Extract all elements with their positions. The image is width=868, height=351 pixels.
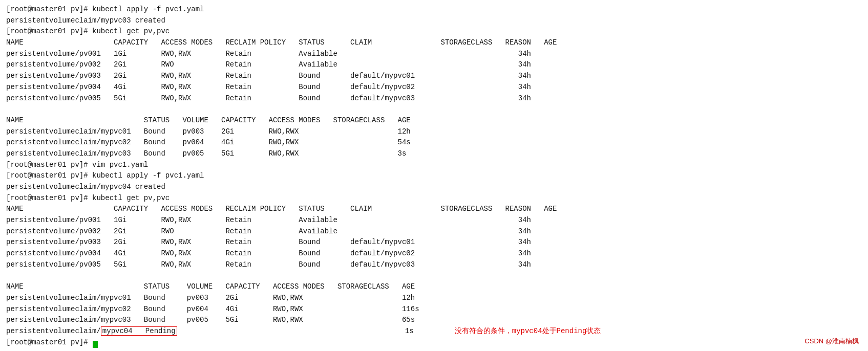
- line-22: persistentvolume/pv003 2Gi RWO,RWX Retai…: [6, 237, 862, 248]
- line-1: [root@master01 pv]# kubectl apply -f pvc…: [6, 4, 862, 15]
- line-29: persistentvolumeclaim/mypvc03 Bound pv00…: [6, 315, 862, 326]
- line-23: persistentvolume/pv004 4Gi RWO,RWX Retai…: [6, 248, 862, 259]
- line-27: persistentvolumeclaim/mypvc01 Bound pv00…: [6, 293, 862, 304]
- redbox-mypvc04: mypvc04 Pending: [101, 326, 177, 336]
- line-20: persistentvolume/pv001 1Gi RWO,RWX Retai…: [6, 215, 862, 226]
- line-7: persistentvolume/pv003 2Gi RWO,RWX Retai…: [6, 71, 862, 82]
- line-3: [root@master01 pv]# kubectl get pv,pvc: [6, 26, 862, 37]
- line-30: persistentvolumeclaim/mypvc04 Pending 1s…: [6, 326, 862, 337]
- line-10: [6, 104, 862, 115]
- line-5: persistentvolume/pv001 1Gi RWO,RWX Retai…: [6, 49, 862, 60]
- line-4: NAME CAPACITY ACCESS MODES RECLAIM POLIC…: [6, 37, 862, 49]
- line-25: [6, 271, 862, 282]
- line-16: [root@master01 pv]# kubectl apply -f pvc…: [6, 170, 862, 182]
- terminal: [root@master01 pv]# kubectl apply -f pvc…: [0, 0, 868, 351]
- line-31: [root@master01 pv]#: [6, 337, 862, 348]
- line-17: persistentvolumeclaim/mypvc04 created: [6, 182, 862, 193]
- line-24: persistentvolume/pv005 5Gi RWO,RWX Retai…: [6, 259, 862, 271]
- cursor: [93, 341, 98, 348]
- line-8: persistentvolume/pv004 4Gi RWO,RWX Retai…: [6, 82, 862, 93]
- line-19: NAME CAPACITY ACCESS MODES RECLAIM POLIC…: [6, 204, 862, 215]
- line-15: [root@master01 pv]# vim pvc1.yaml: [6, 160, 862, 171]
- line-6: persistentvolume/pv002 2Gi RWO Retain Av…: [6, 59, 862, 71]
- annotation-text: 没有符合的条件，mypvc04处于Pending状态: [455, 327, 601, 335]
- line-21: persistentvolume/pv002 2Gi RWO Retain Av…: [6, 226, 862, 237]
- line-9: persistentvolume/pv005 5Gi RWO,RWX Retai…: [6, 93, 862, 104]
- watermark: CSDN @淮南楠枫: [805, 337, 859, 346]
- line-14: persistentvolumeclaim/mypvc03 Bound pv00…: [6, 148, 862, 160]
- line-26: NAME STATUS VOLUME CAPACITY ACCESS MODES…: [6, 281, 862, 293]
- line-11: NAME STATUS VOLUME CAPACITY ACCESS MODES…: [6, 115, 862, 126]
- line-13: persistentvolumeclaim/mypvc02 Bound pv00…: [6, 137, 862, 148]
- line-28: persistentvolumeclaim/mypvc02 Bound pv00…: [6, 304, 862, 315]
- line-12: persistentvolumeclaim/mypvc01 Bound pv00…: [6, 126, 862, 138]
- line-2: persistentvolumeclaim/mypvc03 created: [6, 15, 862, 27]
- line-18: [root@master01 pv]# kubectl get pv,pvc: [6, 193, 862, 204]
